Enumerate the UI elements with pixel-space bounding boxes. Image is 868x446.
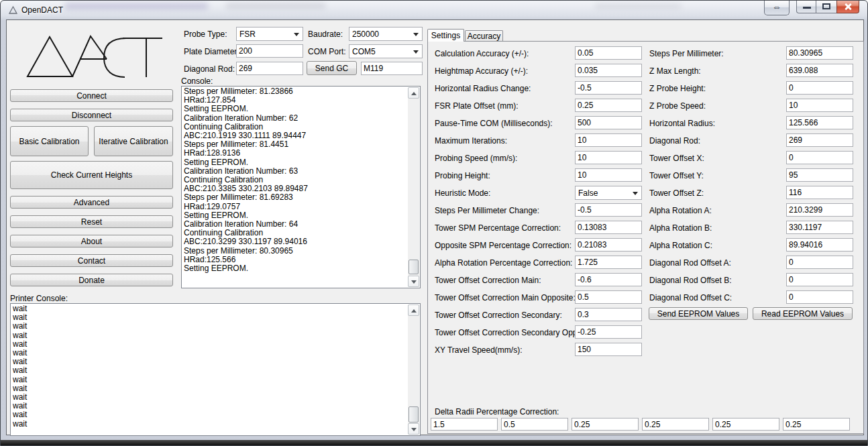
titlebar[interactable]: OpenDACT ⇔ bbox=[1, 1, 867, 19]
titlebar-glass-smudge bbox=[225, 3, 326, 9]
alpha-rotation-percentage-correction-input[interactable] bbox=[575, 256, 642, 269]
tower-offset-correction-main-opposite-input[interactable] bbox=[575, 290, 642, 304]
tab-settings[interactable]: Settings bbox=[427, 29, 464, 42]
basic-calibration-button[interactable]: Basic Calibration bbox=[10, 126, 89, 156]
alpha-rotation-a-input[interactable] bbox=[786, 203, 853, 217]
delta-radii-input-5[interactable] bbox=[712, 418, 779, 431]
gcode-input[interactable] bbox=[361, 62, 423, 75]
reset-button[interactable]: Reset bbox=[10, 215, 173, 228]
alpha-rotation-c-input[interactable] bbox=[786, 238, 853, 252]
fsr-plate-offset-mm-input[interactable] bbox=[575, 99, 642, 112]
minimize-button[interactable] bbox=[796, 1, 816, 13]
diagonal-rod-offset-b-label: Diagonal Rod Offset B: bbox=[649, 276, 732, 285]
scroll-up-button[interactable] bbox=[408, 304, 419, 316]
tower-offset-x-label: Tower Offset X: bbox=[649, 154, 704, 163]
baudrate-select[interactable]: 250000 bbox=[349, 27, 423, 41]
heightmap-accuracy-label: Heightmap Accuracy (+/-): bbox=[435, 66, 528, 76]
diagonal-rod-input[interactable] bbox=[236, 62, 303, 75]
send-eeprom-values-button[interactable]: Send EEPROM Values bbox=[649, 307, 748, 320]
arrow-down-icon bbox=[411, 428, 417, 431]
client-area: ConnectDisconnectBasic CalibrationIterat… bbox=[6, 19, 864, 435]
delta-radii-input-4[interactable] bbox=[642, 418, 709, 431]
z-probe-speed-input[interactable] bbox=[786, 99, 853, 112]
delta-radii-input-6[interactable] bbox=[783, 418, 850, 431]
printer-console-scrollbar[interactable] bbox=[408, 304, 419, 435]
scroll-down-button[interactable] bbox=[408, 423, 419, 435]
contact-button[interactable]: Contact bbox=[10, 254, 173, 267]
probe-type-label: Probe Type: bbox=[184, 30, 227, 39]
tower-offset-correction-main-input[interactable] bbox=[575, 273, 642, 286]
tower-offset-z-input[interactable] bbox=[786, 186, 853, 199]
scroll-up-button[interactable] bbox=[408, 87, 419, 99]
connect-button[interactable]: Connect bbox=[10, 89, 173, 102]
diagonal-rod-input[interactable] bbox=[786, 133, 853, 147]
probing-height-input[interactable] bbox=[575, 168, 642, 182]
horizontal-radius-change-input[interactable] bbox=[575, 81, 642, 95]
check-current-heights-button[interactable]: Check Current Heights bbox=[10, 161, 173, 189]
probe-type-select[interactable]: FSR bbox=[236, 27, 303, 41]
tower-offset-correction-main-opposite-label: Tower Offset Correction Main Opposite: bbox=[435, 293, 576, 302]
donate-button[interactable]: Donate bbox=[10, 274, 173, 286]
disconnect-button[interactable]: Disconnect bbox=[10, 109, 173, 121]
tower-offset-z-label: Tower Offset Z: bbox=[649, 188, 704, 198]
tower-offset-correction-secondary-opp-input[interactable] bbox=[575, 325, 642, 339]
printer-console-box[interactable]: wait wait wait wait wait wait wait wait … bbox=[10, 303, 421, 436]
titlebar-glass-smudge bbox=[64, 3, 209, 9]
about-button[interactable]: About bbox=[10, 235, 173, 247]
console-scrollbar[interactable] bbox=[408, 87, 419, 287]
caption-buttons bbox=[796, 1, 859, 13]
window-title: OpenDACT bbox=[21, 5, 63, 15]
close-button[interactable] bbox=[836, 1, 859, 13]
tower-offset-y-input[interactable] bbox=[786, 168, 853, 182]
console-text: Steps per Millimeter: 81.23866 HRad:127.… bbox=[184, 87, 406, 287]
tab-accuracy[interactable]: Accuracy bbox=[465, 30, 503, 42]
diagonal-rod-offset-c-input[interactable] bbox=[786, 290, 853, 304]
tower-offset-correction-secondary-input[interactable] bbox=[575, 308, 642, 321]
diagonal-rod-offset-a-label: Diagonal Rod Offset A: bbox=[649, 258, 731, 268]
delta-radii-input-3[interactable] bbox=[572, 418, 639, 431]
maximize-button[interactable] bbox=[816, 1, 836, 13]
alpha-rotation-percentage-correction-label: Alpha Rotation Percentage Correction: bbox=[435, 258, 572, 268]
probing-speed-mm-s-input[interactable] bbox=[575, 151, 642, 164]
scrollbar-thumb[interactable] bbox=[409, 406, 419, 423]
horizontal-radius-label: Horizontal Radius: bbox=[649, 119, 715, 128]
steps-per-millimeter-change-label: Steps Per Millimeter Change: bbox=[435, 206, 539, 215]
steps-per-millimeter-change-input[interactable] bbox=[575, 203, 642, 217]
xy-travel-speed-mm-s-input[interactable] bbox=[575, 343, 642, 356]
read-eeprom-values-button[interactable]: Read EEPROM Values bbox=[753, 307, 853, 320]
calculation-accuracy-input[interactable] bbox=[575, 46, 642, 60]
diagonal-rod-offset-b-input[interactable] bbox=[786, 273, 853, 286]
resize-arrows-icon: ⇔ bbox=[772, 1, 781, 12]
iterative-calibration-button[interactable]: Iterative Calibration bbox=[94, 126, 173, 156]
advanced-button[interactable]: Advanced bbox=[10, 196, 173, 209]
probe-type-value: FSR bbox=[239, 30, 256, 39]
send-gc-button[interactable]: Send GC bbox=[307, 61, 357, 75]
heuristic-mode-select[interactable]: False bbox=[575, 186, 642, 200]
z-probe-speed-label: Z Probe Speed: bbox=[649, 101, 706, 111]
maximum-iterations-input[interactable] bbox=[575, 133, 642, 147]
plate-diameter-input[interactable] bbox=[236, 44, 303, 58]
pause-time-com-milliseconds-input[interactable] bbox=[575, 116, 642, 129]
z-probe-height-input[interactable] bbox=[786, 81, 853, 95]
delta-radii-input-2[interactable] bbox=[501, 418, 568, 431]
com-port-select[interactable]: COM5 bbox=[349, 44, 423, 58]
printer-console-label: Printer Console: bbox=[10, 294, 68, 303]
z-max-length-input[interactable] bbox=[786, 64, 853, 77]
alpha-rotation-b-input[interactable] bbox=[786, 221, 853, 234]
probing-speed-mm-s-label: Probing Speed (mm/s): bbox=[435, 154, 517, 163]
horizontal-radius-input[interactable] bbox=[786, 116, 853, 129]
tower-spm-percentage-correction-input[interactable] bbox=[575, 221, 642, 234]
chevron-down-icon bbox=[413, 50, 419, 54]
scroll-down-button[interactable] bbox=[408, 276, 419, 287]
heightmap-accuracy-input[interactable] bbox=[575, 64, 642, 77]
diagonal-rod-offset-a-input[interactable] bbox=[786, 256, 853, 269]
opposite-spm-percentage-correction-input[interactable] bbox=[575, 238, 642, 252]
console-box[interactable]: Steps per Millimeter: 81.23866 HRad:127.… bbox=[181, 86, 421, 288]
tower-offset-x-input[interactable] bbox=[786, 151, 853, 164]
resize-button[interactable]: ⇔ bbox=[764, 1, 790, 15]
scrollbar-thumb[interactable] bbox=[409, 260, 419, 274]
diagonal-rod-label: Diagonal Rod: bbox=[649, 136, 700, 146]
delta-radii-input-1[interactable] bbox=[431, 418, 498, 431]
z-max-length-label: Z Max Length: bbox=[649, 66, 701, 76]
steps-per-millimeter-input[interactable] bbox=[786, 46, 853, 60]
